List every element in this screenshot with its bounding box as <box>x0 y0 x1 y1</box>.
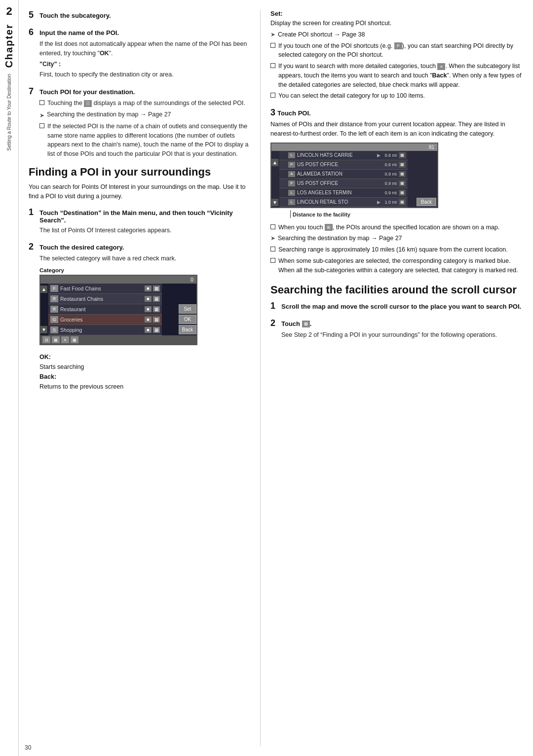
ui-footer-row: ⊟ ▦ ≡ ▦ <box>40 335 196 344</box>
step-s2-num: 2 <box>270 318 279 328</box>
row-icon3-4: ▦ <box>153 317 160 323</box>
right-column: Set: Display the screen for creating POI… <box>261 10 533 746</box>
ui-screen: 0 ▲ ▼ F Fast Food Chains ■ <box>39 275 197 345</box>
step-1-title: Touch “Destination” in the Main menu, an… <box>39 209 250 224</box>
ui-side-buttons: Set OK Back <box>179 284 196 335</box>
btn-back[interactable]: Back <box>179 325 196 334</box>
step-5-title: Touch the subcategory. <box>39 12 111 19</box>
row-icon-2: R <box>50 295 58 302</box>
btn-ok[interactable]: OK <box>179 315 196 324</box>
row-text-2: Restaurant Chains <box>60 296 143 302</box>
ok-label: OK: <box>39 354 51 360</box>
arrow-icon: ➤ <box>39 111 44 120</box>
chapter-number: 2 <box>6 5 12 18</box>
set-sq-icon2 <box>270 63 275 68</box>
ui-row-4[interactable]: G Groceries ■ ▦ <box>48 315 162 325</box>
poi-row-6[interactable]: L LINCOLN RETAIL STO ▶ 1.0 mi ▦ <box>279 198 408 207</box>
row-icon2-1: ■ <box>145 286 152 291</box>
step-s2-body: See Step 2 of “Finding a POI in your sur… <box>270 330 523 340</box>
poi-text-2: US POST OFFICE <box>297 162 381 167</box>
row-text-4: Groceries <box>60 317 143 323</box>
step3-arrow1: Searching the destination by map → Page … <box>278 234 523 243</box>
step3-bullet1: When you touch ⊞, the POIs around the sp… <box>278 223 523 232</box>
bullet-square-icon <box>39 100 44 105</box>
step2-body-text: The selected category will have a red ch… <box>39 254 250 263</box>
back-label: Back: <box>39 373 56 380</box>
step-6-number: 6 <box>29 27 38 37</box>
scroll-up-arrow[interactable]: ▲ <box>40 286 47 293</box>
step-s2-body-text: See Step 2 of “Finding a POI in your sur… <box>281 330 523 340</box>
poi-row-4[interactable]: P US POST OFFICE 0.9 mi ▦ <box>279 179 408 188</box>
set-sq-icon1 <box>270 43 275 48</box>
poi-text-4: US POST OFFICE <box>297 180 381 186</box>
poi-icon2-3: ▦ <box>399 171 406 177</box>
set-sq-icon3 <box>270 93 275 98</box>
step-s1: 1 Scroll the map and move the scroll cur… <box>270 301 523 311</box>
step-s1-title: Scroll the map and move the scroll curso… <box>281 303 521 310</box>
poi-icon2-1: ▦ <box>399 152 406 158</box>
poi-icon2-5: ▦ <box>399 190 406 196</box>
footer-icon-1: ⊟ <box>42 336 50 343</box>
poi-icon-4: P <box>288 180 295 186</box>
step3-arrow-icon: ➤ <box>270 235 275 242</box>
category-ui: Category 0 ▲ ▼ F <box>39 267 250 345</box>
poi-row-2[interactable]: P US POST OFFICE 0.6 mi ▦ <box>279 160 408 170</box>
poi-dist-3: 0.9 mi <box>382 172 397 177</box>
row-icon3-3: ▦ <box>153 306 160 312</box>
row-icon3-2: ▦ <box>153 296 160 302</box>
poi-row-3[interactable]: A ALAMEDA STATION 0.9 mi ▦ <box>279 170 408 179</box>
step-s2-title: Touch ⊞. <box>281 320 311 328</box>
ui-row-2[interactable]: R Restaurant Chains ■ ▦ <box>48 294 162 304</box>
distance-label: Distance to the facility <box>293 212 350 217</box>
ok-back-section: OK: Starts searching Back: Returns to th… <box>29 352 250 392</box>
step-2-finding: 2 Touch the desired category. The select… <box>29 242 250 345</box>
poi-icon-6: L <box>288 199 295 205</box>
step-7-title: Touch POI for your destination. <box>39 88 135 96</box>
poi-back-btn[interactable]: Back <box>417 198 436 206</box>
footer-icon-3: ≡ <box>61 336 69 343</box>
poi-row-5[interactable]: L LOS ANGELES TERMIN 0.9 mi ▦ <box>279 188 408 198</box>
step7-bullet2: If the selected POI is the name of a cha… <box>47 122 250 159</box>
poi-screen: 81 ▲ ▼ L LINCOLN HATS CARRIE ▶ 0.6 mi <box>270 143 438 208</box>
set-bullet4: You can select the detail category for u… <box>278 91 523 101</box>
step3-bullet2: Searching range is approximately 10 mile… <box>278 245 523 254</box>
poi-scroll-left[interactable]: ▲ ▼ <box>271 158 278 207</box>
row-icon3-5: ▦ <box>153 327 160 333</box>
back-body: Returns to the previous screen <box>39 382 250 392</box>
set-title: Set: <box>270 10 523 17</box>
ui-left-scroll[interactable]: ▲ ▼ <box>40 284 47 335</box>
sidebar: 2 Chapter Setting a Route to Your Destin… <box>0 0 19 756</box>
section-intro: You can search for Points Of Interest in… <box>29 182 250 201</box>
ui-row-3[interactable]: R Restaurant ■ ▦ <box>48 304 162 315</box>
step-1-finding: 1 Touch “Destination” in the Main menu, … <box>29 207 250 235</box>
poi-dist-4: 0.9 mi <box>382 181 397 186</box>
step-6-title: Input the name of the POI. <box>39 29 119 36</box>
ok-body: Starts searching <box>39 362 250 372</box>
ui-category-label: Category <box>39 267 250 273</box>
set-bullet3: If you want to search with more detailed… <box>278 62 523 89</box>
ui-row-1[interactable]: F Fast Food Chains ■ ▦ <box>48 284 162 294</box>
poi-scroll-up[interactable]: ▲ <box>271 159 278 166</box>
btn-set[interactable]: Set <box>179 304 196 314</box>
step-5-number: 5 <box>29 10 38 20</box>
step3-sq-icon3 <box>270 258 275 263</box>
step-6-body: If the list does not automatically appea… <box>29 39 250 79</box>
ui-row-5[interactable]: S Shopping ■ ▦ <box>48 325 162 335</box>
step-1-number: 1 <box>29 207 38 217</box>
poi-icon-2: P <box>288 162 295 168</box>
poi-scroll-down[interactable]: ▼ <box>271 199 278 206</box>
poi-icon-1: L <box>288 152 295 158</box>
step3-bullet3: When some sub-categories are selected, t… <box>278 256 523 275</box>
scroll-down-arrow[interactable]: ▼ <box>40 326 47 333</box>
step3-title: Touch POI. <box>277 109 311 117</box>
step-2-body: The selected category will have a red ch… <box>29 254 250 263</box>
poi-icon2-4: ▦ <box>399 180 406 186</box>
row-icon2-5: ■ <box>145 327 152 333</box>
poi-text-1: LINCOLN HATS CARRIE <box>297 152 377 158</box>
row-icon2-4: ■ <box>145 317 152 323</box>
step-7-number: 7 <box>29 86 38 97</box>
poi-dist-5: 0.9 mi <box>382 190 397 195</box>
poi-row-1[interactable]: L LINCOLN HATS CARRIE ▶ 0.6 mi ▦ <box>279 151 408 160</box>
poi-arrow-6: ▶ <box>377 200 381 205</box>
step3-sq-icon2 <box>270 247 275 252</box>
